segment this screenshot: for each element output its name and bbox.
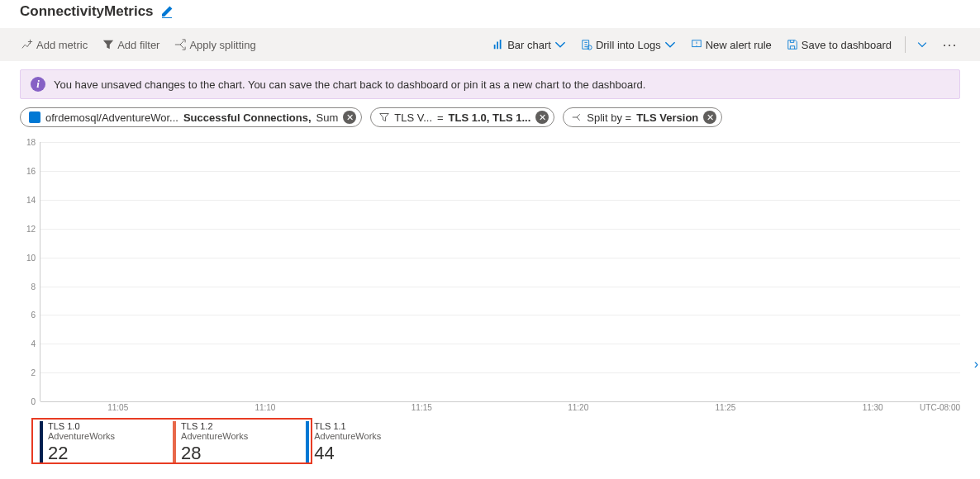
close-icon[interactable]: ✕ [703,111,716,124]
page-title: ConnectivityMetrics [20,3,154,20]
y-tick-label: 12 [17,224,36,233]
chevron-down-icon [554,39,566,50]
apply-splitting-button[interactable]: Apply splitting [173,37,257,53]
gridline [40,229,960,230]
filter-icon [379,112,389,122]
legend-series-sub: AdventureWorks [181,431,248,441]
x-tick-label: 11:20 [568,403,588,412]
logs-icon [581,39,592,50]
y-tick-label: 14 [17,195,36,204]
legend-series-sub: AdventureWorks [48,431,115,441]
add-filter-button[interactable]: Add filter [101,37,161,53]
gridline [40,171,960,172]
alert-icon [691,39,702,50]
drill-logs-button[interactable]: Drill into Logs [579,37,678,53]
add-filter-label: Add filter [117,39,159,51]
x-axis: UTC-08:00 11:0511:1011:1511:2011:2511:30 [40,401,960,418]
legend-series-name: TLS 1.2 [181,421,248,431]
drill-logs-label: Drill into Logs [596,39,661,51]
close-icon[interactable]: ✕ [343,111,356,124]
legend-series-value: 22 [48,443,115,464]
filter-label: TLS V... [394,111,432,124]
chart-type-dropdown[interactable]: Bar chart [491,37,568,53]
legend-series-sub: AdventureWorks [314,431,381,441]
sql-resource-icon [29,111,40,123]
gridline [40,142,960,143]
filter-pill[interactable]: TLS V... = TLS 1.0, TLS 1... ✕ [370,107,554,127]
legend-series-name: TLS 1.1 [314,421,381,431]
legend-series-name: TLS 1.0 [48,421,115,431]
add-metric-button[interactable]: Add metric [20,37,89,53]
separator [905,36,906,53]
y-tick-label: 6 [17,311,36,320]
legend-row: TLS 1.0AdventureWorks22TLS 1.2AdventureW… [40,421,960,464]
gridline [40,287,960,287]
chart-type-label: Bar chart [507,39,551,51]
legend-series-value: 28 [181,443,248,464]
y-tick-label: 18 [17,138,36,147]
legend-color-bar [40,421,43,464]
x-tick-label: 11:10 [255,403,275,412]
metric-scope: ofrdemosql/AdventureWor... [45,111,178,124]
add-metric-label: Add metric [36,39,88,51]
split-icon [174,39,186,50]
save-icon [787,39,798,50]
chart-plot[interactable]: 024681012141618 [40,142,960,401]
edit-icon[interactable] [160,5,174,18]
x-tick-label: 11:25 [715,403,735,412]
metric-name: Successful Connections, [183,111,312,124]
info-icon: i [31,77,45,92]
save-dashboard-label: Save to dashboard [802,39,892,51]
chevron-down-icon[interactable] [917,40,927,50]
x-tick-label: 11:05 [107,403,128,412]
y-tick-label: 4 [17,339,36,349]
split-label: Split by = [587,111,631,124]
split-pill[interactable]: Split by = TLS Version ✕ [563,107,722,127]
x-tick-label: 11:30 [863,403,883,412]
y-tick-label: 10 [17,253,36,262]
gridline [40,372,960,373]
save-dashboard-button[interactable]: Save to dashboard [785,37,893,53]
legend-card[interactable]: TLS 1.0AdventureWorks22 [40,421,115,464]
gridline [40,315,960,315]
new-alert-label: New alert rule [706,39,772,51]
legend-series-value: 44 [314,443,381,464]
chevron-down-icon [664,39,676,50]
legend-color-bar [173,421,176,464]
filter-value: TLS 1.0, TLS 1... [449,111,531,124]
filter-icon [102,39,114,50]
banner-text: You have unsaved changes to the chart. Y… [54,78,645,91]
legend-card[interactable]: TLS 1.1AdventureWorks44 [306,421,381,464]
y-tick-label: 0 [17,397,36,406]
split-value: TLS Version [636,111,698,124]
close-icon[interactable]: ✕ [535,111,549,124]
apply-splitting-label: Apply splitting [189,39,255,51]
metric-pill[interactable]: ofrdemosql/AdventureWor... Successful Co… [20,107,362,127]
legend-color-bar [306,421,309,464]
chart-toolbar: Add metric Add filter Apply splitting Ba… [0,28,980,61]
more-menu[interactable]: ⋯ [939,37,960,52]
metric-agg: Sum [316,111,339,124]
new-alert-button[interactable]: New alert rule [689,37,773,53]
legend-card[interactable]: TLS 1.2AdventureWorks28 [173,421,248,464]
svg-point-0 [588,45,592,50]
timezone-label: UTC-08:00 [920,403,960,412]
gridline [40,258,960,258]
bar-chart-icon [492,39,504,50]
add-metric-icon [21,39,33,50]
y-tick-label: 16 [17,166,36,175]
y-tick-label: 8 [17,282,36,291]
split-icon [572,112,582,122]
scroll-right-icon[interactable]: › [974,357,978,372]
filter-eq: = [437,111,444,124]
x-tick-label: 11:15 [412,403,432,412]
unsaved-changes-banner: i You have unsaved changes to the chart.… [20,69,960,99]
y-tick-label: 2 [17,368,36,377]
gridline [40,200,960,201]
chart-area: 024681012141618 UTC-08:00 11:0511:1011:1… [20,142,960,464]
gridline [40,344,960,344]
